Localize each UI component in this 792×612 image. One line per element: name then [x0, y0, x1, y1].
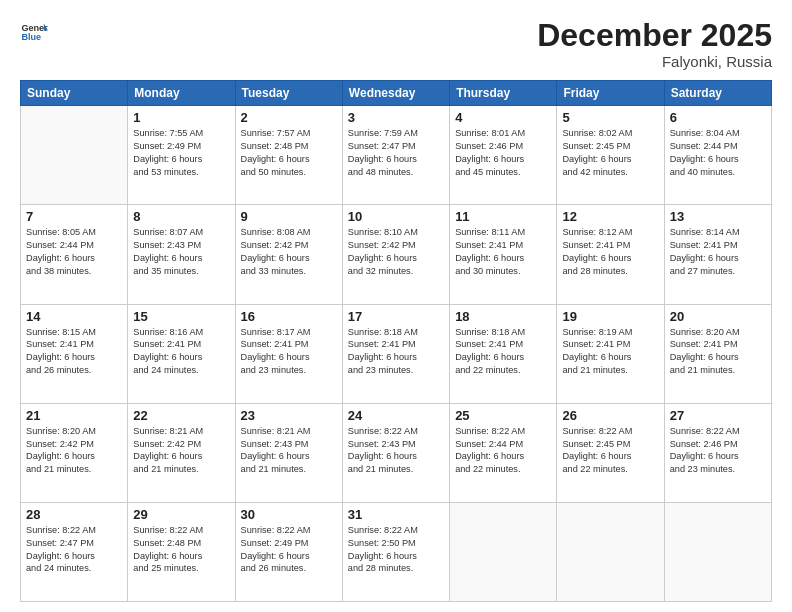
page: General Blue December 2025 Falyonki, Rus… [0, 0, 792, 612]
week-row-2: 14Sunrise: 8:15 AM Sunset: 2:41 PM Dayli… [21, 304, 772, 403]
month-title: December 2025 [537, 18, 772, 53]
day-number: 16 [241, 309, 337, 324]
day-cell: 25Sunrise: 8:22 AM Sunset: 2:44 PM Dayli… [450, 403, 557, 502]
day-cell [557, 502, 664, 601]
day-info: Sunrise: 8:22 AM Sunset: 2:46 PM Dayligh… [670, 425, 766, 477]
day-info: Sunrise: 8:20 AM Sunset: 2:41 PM Dayligh… [670, 326, 766, 378]
week-row-3: 21Sunrise: 8:20 AM Sunset: 2:42 PM Dayli… [21, 403, 772, 502]
header-sunday: Sunday [21, 81, 128, 106]
day-number: 11 [455, 209, 551, 224]
day-cell: 5Sunrise: 8:02 AM Sunset: 2:45 PM Daylig… [557, 106, 664, 205]
day-number: 12 [562, 209, 658, 224]
day-cell: 9Sunrise: 8:08 AM Sunset: 2:42 PM Daylig… [235, 205, 342, 304]
day-cell [450, 502, 557, 601]
day-cell: 12Sunrise: 8:12 AM Sunset: 2:41 PM Dayli… [557, 205, 664, 304]
day-info: Sunrise: 8:22 AM Sunset: 2:48 PM Dayligh… [133, 524, 229, 576]
day-number: 15 [133, 309, 229, 324]
location-subtitle: Falyonki, Russia [537, 53, 772, 70]
day-number: 31 [348, 507, 444, 522]
day-number: 26 [562, 408, 658, 423]
day-number: 25 [455, 408, 551, 423]
day-number: 21 [26, 408, 122, 423]
day-info: Sunrise: 8:12 AM Sunset: 2:41 PM Dayligh… [562, 226, 658, 278]
day-number: 28 [26, 507, 122, 522]
header: General Blue December 2025 Falyonki, Rus… [20, 18, 772, 70]
title-block: December 2025 Falyonki, Russia [537, 18, 772, 70]
day-cell [664, 502, 771, 601]
header-saturday: Saturday [664, 81, 771, 106]
day-number: 10 [348, 209, 444, 224]
day-info: Sunrise: 7:57 AM Sunset: 2:48 PM Dayligh… [241, 127, 337, 179]
day-info: Sunrise: 8:19 AM Sunset: 2:41 PM Dayligh… [562, 326, 658, 378]
day-info: Sunrise: 8:02 AM Sunset: 2:45 PM Dayligh… [562, 127, 658, 179]
day-cell: 11Sunrise: 8:11 AM Sunset: 2:41 PM Dayli… [450, 205, 557, 304]
day-info: Sunrise: 8:08 AM Sunset: 2:42 PM Dayligh… [241, 226, 337, 278]
day-cell: 15Sunrise: 8:16 AM Sunset: 2:41 PM Dayli… [128, 304, 235, 403]
day-info: Sunrise: 8:22 AM Sunset: 2:43 PM Dayligh… [348, 425, 444, 477]
week-row-1: 7Sunrise: 8:05 AM Sunset: 2:44 PM Daylig… [21, 205, 772, 304]
day-number: 17 [348, 309, 444, 324]
day-cell: 30Sunrise: 8:22 AM Sunset: 2:49 PM Dayli… [235, 502, 342, 601]
header-friday: Friday [557, 81, 664, 106]
day-cell: 21Sunrise: 8:20 AM Sunset: 2:42 PM Dayli… [21, 403, 128, 502]
day-number: 8 [133, 209, 229, 224]
day-number: 27 [670, 408, 766, 423]
day-number: 7 [26, 209, 122, 224]
day-info: Sunrise: 8:04 AM Sunset: 2:44 PM Dayligh… [670, 127, 766, 179]
day-number: 14 [26, 309, 122, 324]
day-cell: 18Sunrise: 8:18 AM Sunset: 2:41 PM Dayli… [450, 304, 557, 403]
day-cell: 16Sunrise: 8:17 AM Sunset: 2:41 PM Dayli… [235, 304, 342, 403]
day-cell: 26Sunrise: 8:22 AM Sunset: 2:45 PM Dayli… [557, 403, 664, 502]
week-row-0: 1Sunrise: 7:55 AM Sunset: 2:49 PM Daylig… [21, 106, 772, 205]
day-cell: 20Sunrise: 8:20 AM Sunset: 2:41 PM Dayli… [664, 304, 771, 403]
day-cell: 19Sunrise: 8:19 AM Sunset: 2:41 PM Dayli… [557, 304, 664, 403]
day-cell: 6Sunrise: 8:04 AM Sunset: 2:44 PM Daylig… [664, 106, 771, 205]
day-info: Sunrise: 8:21 AM Sunset: 2:42 PM Dayligh… [133, 425, 229, 477]
day-info: Sunrise: 8:17 AM Sunset: 2:41 PM Dayligh… [241, 326, 337, 378]
day-number: 20 [670, 309, 766, 324]
day-info: Sunrise: 8:14 AM Sunset: 2:41 PM Dayligh… [670, 226, 766, 278]
day-info: Sunrise: 7:55 AM Sunset: 2:49 PM Dayligh… [133, 127, 229, 179]
day-number: 30 [241, 507, 337, 522]
day-cell: 2Sunrise: 7:57 AM Sunset: 2:48 PM Daylig… [235, 106, 342, 205]
day-number: 6 [670, 110, 766, 125]
week-row-4: 28Sunrise: 8:22 AM Sunset: 2:47 PM Dayli… [21, 502, 772, 601]
day-number: 22 [133, 408, 229, 423]
day-info: Sunrise: 7:59 AM Sunset: 2:47 PM Dayligh… [348, 127, 444, 179]
day-cell: 7Sunrise: 8:05 AM Sunset: 2:44 PM Daylig… [21, 205, 128, 304]
day-cell: 28Sunrise: 8:22 AM Sunset: 2:47 PM Dayli… [21, 502, 128, 601]
day-info: Sunrise: 8:15 AM Sunset: 2:41 PM Dayligh… [26, 326, 122, 378]
days-header-row: SundayMondayTuesdayWednesdayThursdayFrid… [21, 81, 772, 106]
day-cell: 3Sunrise: 7:59 AM Sunset: 2:47 PM Daylig… [342, 106, 449, 205]
day-number: 13 [670, 209, 766, 224]
day-cell: 4Sunrise: 8:01 AM Sunset: 2:46 PM Daylig… [450, 106, 557, 205]
day-info: Sunrise: 8:16 AM Sunset: 2:41 PM Dayligh… [133, 326, 229, 378]
day-cell: 17Sunrise: 8:18 AM Sunset: 2:41 PM Dayli… [342, 304, 449, 403]
day-cell: 10Sunrise: 8:10 AM Sunset: 2:42 PM Dayli… [342, 205, 449, 304]
day-cell: 24Sunrise: 8:22 AM Sunset: 2:43 PM Dayli… [342, 403, 449, 502]
day-cell: 29Sunrise: 8:22 AM Sunset: 2:48 PM Dayli… [128, 502, 235, 601]
logo-icon: General Blue [20, 18, 48, 46]
day-number: 29 [133, 507, 229, 522]
day-info: Sunrise: 8:20 AM Sunset: 2:42 PM Dayligh… [26, 425, 122, 477]
day-cell: 1Sunrise: 7:55 AM Sunset: 2:49 PM Daylig… [128, 106, 235, 205]
day-number: 18 [455, 309, 551, 324]
day-cell [21, 106, 128, 205]
header-thursday: Thursday [450, 81, 557, 106]
day-number: 5 [562, 110, 658, 125]
day-cell: 8Sunrise: 8:07 AM Sunset: 2:43 PM Daylig… [128, 205, 235, 304]
day-number: 23 [241, 408, 337, 423]
day-cell: 31Sunrise: 8:22 AM Sunset: 2:50 PM Dayli… [342, 502, 449, 601]
day-cell: 13Sunrise: 8:14 AM Sunset: 2:41 PM Dayli… [664, 205, 771, 304]
day-number: 24 [348, 408, 444, 423]
day-cell: 23Sunrise: 8:21 AM Sunset: 2:43 PM Dayli… [235, 403, 342, 502]
day-cell: 27Sunrise: 8:22 AM Sunset: 2:46 PM Dayli… [664, 403, 771, 502]
day-cell: 22Sunrise: 8:21 AM Sunset: 2:42 PM Dayli… [128, 403, 235, 502]
calendar-table: SundayMondayTuesdayWednesdayThursdayFrid… [20, 80, 772, 602]
day-info: Sunrise: 8:22 AM Sunset: 2:49 PM Dayligh… [241, 524, 337, 576]
day-info: Sunrise: 8:22 AM Sunset: 2:45 PM Dayligh… [562, 425, 658, 477]
day-info: Sunrise: 8:11 AM Sunset: 2:41 PM Dayligh… [455, 226, 551, 278]
svg-text:Blue: Blue [21, 32, 41, 42]
day-info: Sunrise: 8:22 AM Sunset: 2:50 PM Dayligh… [348, 524, 444, 576]
day-info: Sunrise: 8:10 AM Sunset: 2:42 PM Dayligh… [348, 226, 444, 278]
